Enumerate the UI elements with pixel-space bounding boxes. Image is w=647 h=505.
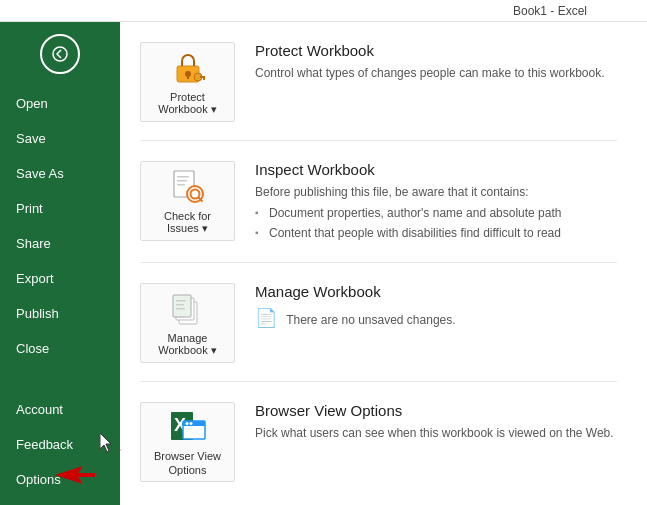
svg-rect-20 bbox=[176, 304, 184, 306]
inspect-bullet-1: Document properties, author's name and a… bbox=[255, 204, 617, 222]
sidebar: Open Save Save As Print Share Export Pub… bbox=[0, 22, 120, 505]
inspect-info: Inspect Workbook Before publishing this … bbox=[255, 161, 617, 244]
svg-rect-7 bbox=[200, 76, 205, 78]
browser-section: X Browser ViewOptions Browser View O bbox=[140, 402, 617, 500]
sidebar-item-share[interactable]: Share bbox=[0, 226, 120, 261]
check-issues-button[interactable]: Check forIssues ▾ bbox=[140, 161, 235, 241]
browser-button-label: Browser ViewOptions bbox=[154, 449, 221, 478]
inspect-section: Check forIssues ▾ Inspect Workbook Befor… bbox=[140, 161, 617, 263]
svg-rect-21 bbox=[176, 308, 185, 310]
protect-info: Protect Workbook Control what types of c… bbox=[255, 42, 617, 82]
sidebar-item-feedback[interactable]: Feedback bbox=[0, 427, 120, 462]
sidebar-item-export[interactable]: Export bbox=[0, 261, 120, 296]
sidebar-item-open[interactable]: Open bbox=[0, 86, 120, 121]
svg-point-26 bbox=[185, 422, 188, 425]
svg-point-27 bbox=[189, 422, 192, 425]
browser-desc: Pick what users can see when this workbo… bbox=[255, 424, 617, 442]
title-bar: Book1 - Excel bbox=[0, 0, 647, 22]
svg-rect-12 bbox=[177, 184, 185, 186]
manage-icon bbox=[167, 290, 209, 328]
svg-rect-8 bbox=[203, 78, 205, 80]
svg-rect-11 bbox=[177, 180, 187, 182]
sidebar-bottom: Account Feedback Options bbox=[0, 392, 120, 505]
protect-title: Protect Workbook bbox=[255, 42, 617, 59]
svg-marker-28 bbox=[120, 442, 121, 459]
check-button-label: Check forIssues ▾ bbox=[164, 210, 211, 235]
protect-button-label: ProtectWorkbook ▾ bbox=[158, 91, 216, 116]
main-content: Open Save Save As Print Share Export Pub… bbox=[0, 22, 647, 505]
back-button[interactable] bbox=[40, 34, 80, 74]
browser-info: Browser View Options Pick what users can… bbox=[255, 402, 617, 442]
inspect-bullet-2: Content that people with disabilities fi… bbox=[255, 224, 617, 242]
manage-button-label: ManageWorkbook ▾ bbox=[158, 332, 216, 357]
title-text: Book1 - Excel bbox=[513, 4, 587, 18]
sidebar-item-print[interactable]: Print bbox=[0, 191, 120, 226]
svg-rect-10 bbox=[177, 176, 189, 178]
manage-desc: 📄 There are no unsaved changes. bbox=[255, 305, 617, 332]
browser-icon: X bbox=[167, 407, 209, 445]
manage-info: Manage Workbook 📄 There are no unsaved c… bbox=[255, 283, 617, 332]
protect-workbook-button[interactable]: ProtectWorkbook ▾ bbox=[140, 42, 235, 122]
svg-rect-18 bbox=[173, 295, 191, 317]
sidebar-item-save-as[interactable]: Save As bbox=[0, 156, 120, 191]
content-area: ProtectWorkbook ▾ Protect Workbook Contr… bbox=[120, 22, 647, 505]
red-arrow-icon bbox=[55, 466, 95, 484]
svg-rect-2 bbox=[77, 473, 95, 477]
svg-rect-5 bbox=[187, 74, 189, 79]
protect-icon bbox=[167, 49, 209, 87]
check-icon bbox=[167, 168, 209, 206]
manage-workbook-button[interactable]: ManageWorkbook ▾ bbox=[140, 283, 235, 363]
sidebar-item-options[interactable]: Options bbox=[0, 462, 120, 497]
inspect-desc: Before publishing this file, be aware th… bbox=[255, 183, 617, 242]
red-arrow-options-icon bbox=[120, 431, 121, 469]
protect-section: ProtectWorkbook ▾ Protect Workbook Contr… bbox=[140, 42, 617, 141]
sidebar-item-publish[interactable]: Publish bbox=[0, 296, 120, 331]
sidebar-item-save[interactable]: Save bbox=[0, 121, 120, 156]
svg-rect-19 bbox=[176, 300, 186, 302]
manage-section: ManageWorkbook ▾ Manage Workbook 📄 There… bbox=[140, 283, 617, 382]
manage-title: Manage Workbook bbox=[255, 283, 617, 300]
inspect-title: Inspect Workbook bbox=[255, 161, 617, 178]
protect-desc: Control what types of changes people can… bbox=[255, 64, 617, 82]
sidebar-item-close[interactable]: Close bbox=[0, 331, 120, 366]
browser-view-button[interactable]: X Browser ViewOptions bbox=[140, 402, 235, 482]
svg-point-0 bbox=[53, 47, 67, 61]
sidebar-item-account[interactable]: Account bbox=[0, 392, 120, 427]
browser-title: Browser View Options bbox=[255, 402, 617, 419]
